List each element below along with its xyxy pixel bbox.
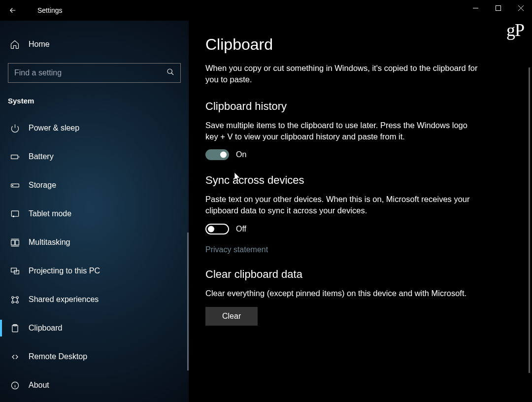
- sidebar-item-label: Storage: [29, 181, 56, 190]
- clear-desc: Clear everything (except pinned items) o…: [205, 288, 481, 299]
- battery-icon: [10, 152, 20, 162]
- sidebar-item-remote-desktop[interactable]: Remote Desktop: [0, 342, 189, 371]
- svg-point-12: [16, 296, 18, 298]
- sidebar-item-storage[interactable]: Storage: [0, 171, 189, 200]
- svg-rect-9: [11, 268, 16, 272]
- about-icon: [10, 380, 20, 390]
- sidebar-item-tablet-mode[interactable]: Tablet mode: [0, 200, 189, 228]
- projecting-icon: [10, 266, 20, 276]
- remote-desktop-icon: [10, 352, 20, 362]
- history-toggle-state: On: [236, 150, 246, 159]
- page-intro: When you copy or cut something in Window…: [205, 63, 481, 85]
- sidebar-home-label: Home: [29, 40, 50, 49]
- sync-heading: Sync across devices: [205, 174, 502, 187]
- clipboard-icon: [10, 323, 20, 333]
- svg-point-14: [16, 301, 18, 303]
- privacy-statement-link[interactable]: Privacy statement: [205, 245, 268, 254]
- sidebar-item-label: Tablet mode: [29, 209, 71, 218]
- close-button[interactable]: [509, 0, 532, 16]
- svg-point-1: [167, 69, 172, 73]
- page-title: Clipboard: [205, 35, 502, 54]
- clear-group: Clear clipboard data Clear everything (e…: [205, 268, 502, 326]
- search-input[interactable]: [14, 68, 159, 77]
- history-desc: Save multiple items to the clipboard to …: [205, 120, 481, 142]
- svg-point-6: [13, 216, 14, 217]
- svg-rect-8: [15, 240, 19, 245]
- window-controls: [464, 0, 532, 16]
- svg-rect-7: [11, 240, 14, 245]
- storage-icon: [10, 180, 20, 190]
- history-toggle[interactable]: [205, 149, 229, 160]
- close-icon: [518, 5, 524, 11]
- sync-toggle-state: Off: [236, 225, 246, 234]
- sidebar-item-label: Battery: [29, 152, 54, 161]
- sidebar-item-clipboard[interactable]: Clipboard: [0, 314, 189, 342]
- sidebar-home[interactable]: Home: [0, 34, 189, 54]
- watermark: gP: [506, 20, 524, 40]
- history-heading: Clipboard history: [205, 100, 502, 113]
- sidebar-item-battery[interactable]: Battery: [0, 142, 189, 171]
- multitasking-icon: [10, 237, 20, 247]
- sidebar-item-label: Multitasking: [29, 238, 70, 247]
- clipboard-history-group: Clipboard history Save multiple items to…: [205, 100, 502, 160]
- svg-rect-2: [11, 155, 17, 159]
- svg-point-11: [11, 296, 13, 298]
- sync-toggle[interactable]: [205, 224, 229, 234]
- power-icon: [10, 123, 20, 133]
- mouse-cursor: [234, 172, 241, 184]
- back-button[interactable]: [0, 0, 26, 21]
- shared-icon: [10, 295, 20, 304]
- sidebar-item-shared-experiences[interactable]: Shared experiences: [0, 285, 189, 314]
- maximize-icon: [496, 5, 501, 11]
- sidebar-item-label: About: [29, 381, 49, 390]
- svg-rect-5: [11, 211, 18, 216]
- sidebar-item-label: Remote Desktop: [29, 352, 87, 361]
- minimize-button[interactable]: [464, 0, 487, 16]
- clear-button[interactable]: Clear: [205, 307, 258, 326]
- sidebar-item-label: Shared experiences: [29, 295, 99, 304]
- main-scrollbar[interactable]: [529, 67, 530, 373]
- sidebar: Home System Power & sleep Battery Storag…: [0, 21, 189, 402]
- svg-point-13: [11, 301, 13, 303]
- maximize-button[interactable]: [487, 0, 509, 16]
- sidebar-nav: Power & sleep Battery Storage Tablet mod…: [0, 114, 189, 400]
- sidebar-item-label: Clipboard: [29, 324, 62, 333]
- sidebar-item-about[interactable]: About: [0, 371, 189, 400]
- titlebar: Settings: [0, 0, 532, 21]
- search-icon: [166, 68, 174, 78]
- clear-heading: Clear clipboard data: [205, 268, 502, 281]
- svg-point-4: [12, 185, 13, 186]
- sidebar-item-projecting[interactable]: Projecting to this PC: [0, 257, 189, 285]
- sidebar-item-label: Projecting to this PC: [29, 267, 100, 275]
- minimize-icon: [473, 5, 478, 11]
- sidebar-item-label: Power & sleep: [29, 124, 79, 133]
- home-icon: [10, 39, 20, 49]
- sync-group: Sync across devices Paste text on your o…: [205, 174, 502, 254]
- tablet-icon: [10, 209, 20, 219]
- main-content: Clipboard When you copy or cut something…: [189, 21, 532, 402]
- sync-desc: Paste text on your other devices. When t…: [205, 194, 481, 216]
- sidebar-item-power-sleep[interactable]: Power & sleep: [0, 114, 189, 142]
- arrow-left-icon: [8, 6, 17, 15]
- search-input-wrapper[interactable]: [8, 63, 181, 83]
- sidebar-item-multitasking[interactable]: Multitasking: [0, 228, 189, 257]
- sidebar-section-label: System: [0, 83, 189, 109]
- window-title: Settings: [37, 6, 63, 14]
- svg-rect-0: [496, 5, 500, 10]
